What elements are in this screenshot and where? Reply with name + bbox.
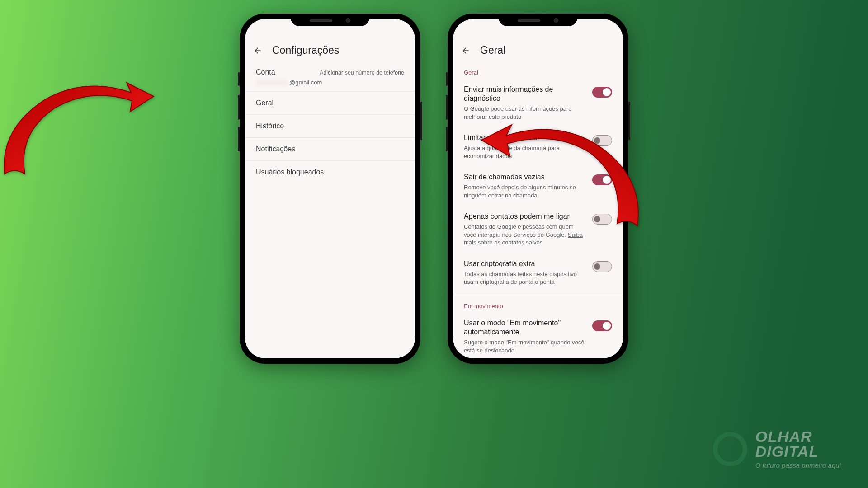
setting-encryption[interactable]: Usar criptografia extra Todas as chamada… (453, 253, 623, 292)
setting-desc: Todas as chamadas feitas neste dispositi… (464, 270, 586, 286)
phone-right: Geral Geral Enviar mais informações de d… (448, 14, 628, 364)
watermark-brand-line2: DIGITAL (755, 444, 841, 459)
setting-desc: Sugere o modo "Em movimento" quando você… (464, 338, 586, 354)
setting-title: Usar o modo "Em movimento" automaticamen… (464, 319, 586, 337)
setting-title: Usar criptografia extra (464, 259, 586, 268)
menu-item-bloqueados[interactable]: Usuários bloqueados (245, 161, 415, 183)
menu-item-historico[interactable]: Histórico (245, 115, 415, 138)
setting-title: Enviar mais informações de diagnóstico (464, 85, 586, 103)
setting-desc: Remove você depois de alguns minutos se … (464, 183, 586, 199)
account-section[interactable]: Conta Adicionar seu número de telefone @… (245, 63, 415, 92)
toggle-limit-data[interactable] (592, 135, 612, 146)
setting-contacts-only[interactable]: Apenas contatos podem me ligar Contatos … (453, 206, 623, 253)
back-arrow-icon[interactable] (461, 46, 470, 55)
setting-moving-auto[interactable]: Usar o modo "Em movimento" automaticamen… (453, 312, 623, 358)
setting-title: Limitar o uso de dados (464, 133, 586, 142)
setting-diagnostics[interactable]: Enviar mais informações de diagnóstico O… (453, 79, 623, 127)
toggle-diagnostics[interactable] (592, 87, 612, 98)
watermark-logo-icon (713, 432, 747, 466)
app-header-left: Configurações (245, 39, 415, 63)
menu-item-geral[interactable]: Geral (245, 92, 415, 115)
page-title: Configurações (272, 44, 339, 56)
add-phone-link[interactable]: Adicionar seu número de telefone (320, 70, 404, 76)
setting-empty-calls[interactable]: Sair de chamadas vazias Remove você depo… (453, 166, 623, 206)
section-label-moving: Em movimento (453, 296, 623, 312)
watermark-brand-line1: OLHAR (755, 429, 841, 444)
annotation-arrow-left (0, 75, 158, 185)
setting-title: Apenas contatos podem me ligar (464, 212, 586, 221)
setting-desc: Contatos do Google e pessoas com quem vo… (464, 223, 586, 247)
toggle-empty-calls[interactable] (592, 174, 612, 185)
account-label: Conta (256, 68, 275, 76)
menu-item-notificacoes[interactable]: Notificações (245, 138, 415, 161)
setting-desc: Ajusta a qualidade da chamada para econo… (464, 144, 586, 160)
setting-title: Sair de chamadas vazias (464, 173, 586, 182)
toggle-encryption[interactable] (592, 261, 612, 272)
back-arrow-icon[interactable] (253, 46, 262, 55)
account-email: @gmail.com (256, 79, 404, 86)
phone-left: Configurações Conta Adicionar seu número… (240, 14, 420, 364)
watermark-tagline: O futuro passa primeiro aqui (755, 461, 841, 469)
setting-limit-data[interactable]: Limitar o uso de dados Ajusta a qualidad… (453, 127, 623, 166)
app-header-right: Geral (453, 39, 623, 63)
page-title: Geral (480, 44, 505, 56)
watermark: OLHAR DIGITAL O futuro passa primeiro aq… (713, 429, 841, 469)
toggle-contacts-only[interactable] (592, 214, 612, 225)
toggle-moving-auto[interactable] (592, 320, 612, 331)
section-label-geral: Geral (453, 63, 623, 79)
setting-desc: O Google pode usar as informações para m… (464, 105, 586, 121)
